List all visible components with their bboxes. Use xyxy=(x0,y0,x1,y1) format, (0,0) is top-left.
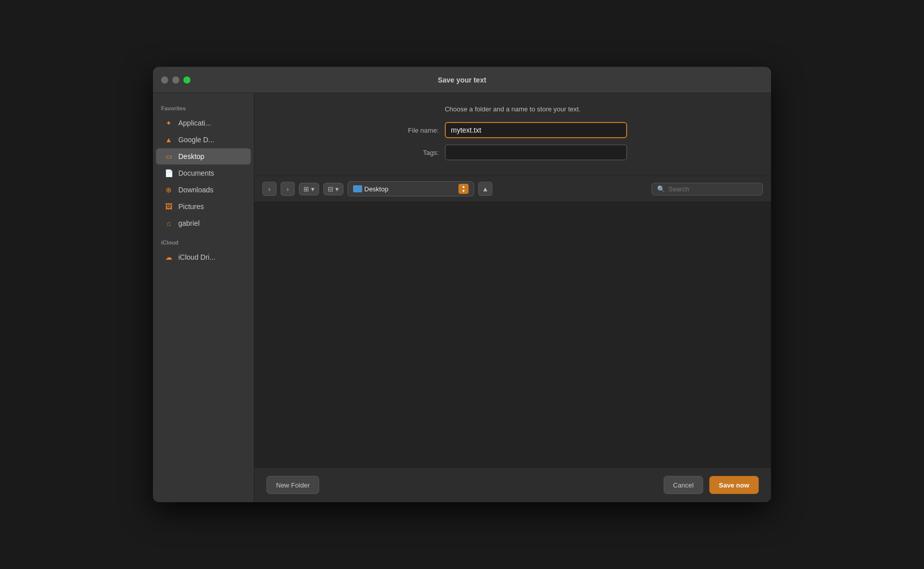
home-icon: ⌂ xyxy=(164,219,173,228)
filename-row: File name: xyxy=(271,122,755,138)
tags-label: Tags: xyxy=(398,149,439,156)
sidebar-item-label: Applicati... xyxy=(178,119,211,127)
sidebar-item-documents[interactable]: 📄 Documents xyxy=(156,165,251,181)
google-drive-icon: ▲ xyxy=(164,135,173,144)
file-browser xyxy=(254,202,771,467)
maximize-button[interactable] xyxy=(183,76,190,84)
location-folder-icon xyxy=(353,185,362,192)
sidebar-item-label: Pictures xyxy=(178,202,204,211)
cancel-button[interactable]: Cancel xyxy=(664,476,703,494)
filename-label: File name: xyxy=(398,127,439,134)
save-dialog: Save your text Favorites ✦ Applicati... … xyxy=(153,67,771,502)
browser-column-1[interactable] xyxy=(254,202,513,467)
column-view-chevron: ▾ xyxy=(311,185,315,193)
sidebar-item-icloud-drive[interactable]: ☁ iCloud Dri... xyxy=(156,249,251,265)
sidebar: Favorites ✦ Applicati... ▲ Google D... ▭… xyxy=(153,93,254,502)
favorites-section-label: Favorites xyxy=(153,105,254,114)
sidebar-item-downloads[interactable]: ⊕ Downloads xyxy=(156,182,251,198)
toolbar: ‹ › ⊞ ▾ ⊟ ▾ Desktop ▲ ▼ xyxy=(254,176,771,202)
minimize-button[interactable] xyxy=(172,76,179,84)
sidebar-item-label: iCloud Dri... xyxy=(178,253,215,261)
main-layout: Favorites ✦ Applicati... ▲ Google D... ▭… xyxy=(153,93,771,502)
column-view-button[interactable]: ⊞ ▾ xyxy=(299,183,319,195)
location-arrows-icon: ▲ ▼ xyxy=(458,184,469,194)
window-controls xyxy=(161,76,190,84)
search-bar[interactable]: 🔍 xyxy=(651,183,763,195)
content-area: Choose a folder and a name to store your… xyxy=(254,93,771,502)
sidebar-item-label: Documents xyxy=(178,169,214,177)
filename-input[interactable] xyxy=(445,122,627,138)
sidebar-item-applications[interactable]: ✦ Applicati... xyxy=(156,115,251,131)
downloads-icon: ⊕ xyxy=(164,185,173,194)
grid-view-icon: ⊟ xyxy=(328,185,333,193)
location-bar[interactable]: Desktop ▲ ▼ xyxy=(348,181,474,196)
sidebar-item-label: Google D... xyxy=(178,136,214,144)
search-input[interactable] xyxy=(668,185,757,193)
grid-view-chevron: ▾ xyxy=(335,185,339,193)
collapse-button[interactable]: ▲ xyxy=(478,182,492,196)
forward-button[interactable]: › xyxy=(281,182,295,196)
tags-input[interactable] xyxy=(445,144,627,160)
grid-view-button[interactable]: ⊟ ▾ xyxy=(323,183,343,195)
tags-row: Tags: xyxy=(271,144,755,160)
icloud-icon: ☁ xyxy=(164,253,173,262)
desktop-icon: ▭ xyxy=(164,152,173,161)
sidebar-item-label: Downloads xyxy=(178,186,213,194)
sidebar-item-label: gabriel xyxy=(178,219,200,227)
dialog-subtitle: Choose a folder and a name to store your… xyxy=(271,105,755,113)
applications-icon: ✦ xyxy=(164,118,173,128)
search-icon: 🔍 xyxy=(657,185,665,193)
title-bar: Save your text xyxy=(153,67,771,93)
sidebar-item-desktop[interactable]: ▭ Desktop xyxy=(156,148,251,165)
back-button[interactable]: ‹ xyxy=(262,182,277,196)
pictures-icon: 🖼 xyxy=(164,202,173,211)
sidebar-item-google-drive[interactable]: ▲ Google D... xyxy=(156,132,251,148)
column-view-icon: ⊞ xyxy=(303,185,309,193)
footer-right: Cancel Save now xyxy=(664,476,759,494)
footer: New Folder Cancel Save now xyxy=(254,467,771,502)
new-folder-button[interactable]: New Folder xyxy=(266,476,319,494)
sidebar-item-pictures[interactable]: 🖼 Pictures xyxy=(156,198,251,215)
location-name: Desktop xyxy=(364,185,456,193)
close-button[interactable] xyxy=(161,76,168,84)
documents-icon: 📄 xyxy=(164,169,173,178)
browser-column-2[interactable] xyxy=(513,202,772,467)
sidebar-item-gabriel[interactable]: ⌂ gabriel xyxy=(156,215,251,231)
save-button[interactable]: Save now xyxy=(709,476,759,494)
sidebar-item-label: Desktop xyxy=(178,152,204,160)
dialog-title: Save your text xyxy=(438,76,486,84)
icloud-section-label: iCloud xyxy=(153,239,254,249)
header-form: Choose a folder and a name to store your… xyxy=(254,93,771,176)
